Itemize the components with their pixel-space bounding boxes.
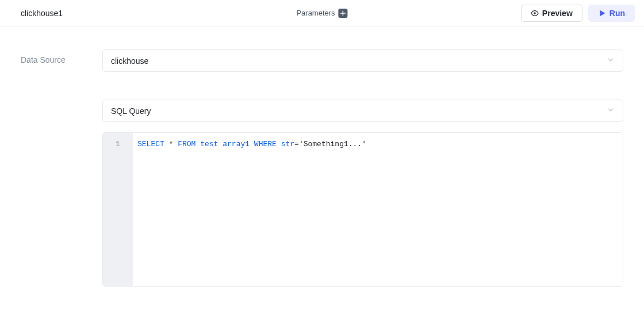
data-source-field: clickhouse (102, 49, 623, 72)
preview-button-label: Preview (542, 9, 573, 18)
add-parameter-button[interactable] (339, 9, 348, 18)
data-source-label: Data Source (21, 49, 102, 64)
data-source-select[interactable]: clickhouse (102, 49, 623, 72)
sql-identifier: test array1 (195, 140, 254, 148)
sql-keyword: WHERE (254, 140, 277, 148)
chevron-down-icon (607, 106, 615, 116)
line-gutter: 1 (103, 133, 133, 286)
code-area[interactable]: SELECT * FROM test array1 WHERE str='Som… (133, 133, 623, 286)
eye-icon (531, 9, 539, 17)
chevron-down-icon (607, 56, 615, 66)
parameters-label: Parameters (296, 9, 335, 17)
parameters-group: Parameters (296, 9, 347, 18)
header-left: clickhouse1 (9, 9, 63, 18)
preview-button[interactable]: Preview (521, 5, 582, 22)
sql-keyword: FROM (178, 140, 195, 148)
data-source-row: Data Source clickhouse (21, 49, 623, 72)
sql-eq: = (294, 140, 299, 148)
header-bar: clickhouse1 Parameters Preview Run (0, 0, 644, 26)
line-number: 1 (103, 139, 133, 150)
page-title: clickhouse1 (21, 9, 63, 18)
header-actions: Preview Run (521, 5, 635, 22)
sql-string-open: ' (299, 140, 304, 148)
plus-icon (340, 10, 346, 16)
sql-string-close: ' (362, 140, 366, 148)
run-button[interactable]: Run (588, 5, 635, 22)
query-type-select[interactable]: SQL Query (102, 100, 623, 122)
svg-point-0 (534, 12, 536, 14)
sql-keyword: SELECT (137, 140, 164, 148)
data-source-value: clickhouse (111, 56, 148, 66)
play-icon (598, 9, 606, 17)
content-area: Data Source clickhouse SQL Query 1 SELEC… (0, 26, 644, 298)
run-button-label: Run (610, 9, 625, 18)
query-type-value: SQL Query (111, 106, 151, 116)
sql-string-value: Something1... (304, 140, 362, 148)
sql-token: * (164, 140, 178, 148)
sql-editor[interactable]: 1 SELECT * FROM test array1 WHERE str='S… (102, 132, 623, 287)
query-section: SQL Query 1 SELECT * FROM test array1 WH… (102, 100, 623, 287)
sql-column: str (277, 140, 294, 148)
